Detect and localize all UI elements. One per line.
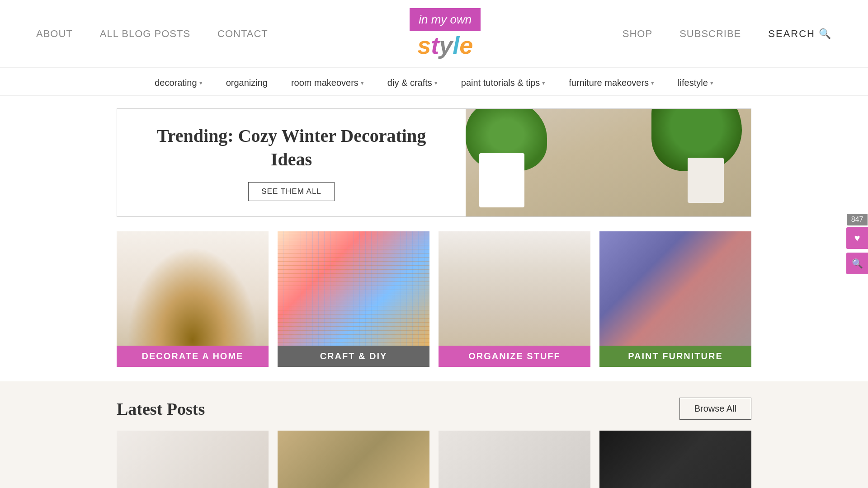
category-label-1: DECORATE A HOME	[117, 346, 269, 367]
chevron-down-icon: ▾	[361, 80, 364, 86]
post-card-3[interactable]	[439, 431, 590, 488]
nav-contact[interactable]: CONTACT	[217, 28, 268, 40]
search-icon: 🔍	[819, 28, 832, 40]
pot-left	[479, 153, 524, 207]
category-decorate-home[interactable]: DECORATE A HOME	[117, 231, 269, 367]
badge-count: 847	[847, 214, 868, 225]
hero-image	[466, 109, 751, 216]
post-thumbnail-4	[599, 431, 751, 488]
chevron-down-icon: ▾	[199, 80, 203, 86]
category-craft-diy[interactable]: CRAFT & DIY	[278, 231, 429, 367]
header-nav-left: ABOUT ALL BLOG POSTS CONTACT	[36, 28, 268, 40]
nav-about[interactable]: ABOUT	[36, 28, 73, 40]
chevron-down-icon: ▾	[434, 80, 438, 86]
nav-paint-tutorials[interactable]: paint tutorials & tips ▾	[461, 78, 546, 88]
nav-diy-crafts[interactable]: diy & crafts ▾	[387, 78, 438, 88]
search-label: SEARCH	[768, 28, 815, 40]
category-paint-furniture[interactable]: PAINT FURNITURE	[599, 231, 751, 367]
latest-posts-title: Latest Posts	[117, 399, 205, 419]
post-card-2[interactable]	[278, 431, 429, 488]
hero-banner: Trending: Cozy Winter Decorating Ideas S…	[117, 108, 751, 217]
see-them-all-button[interactable]: SEE THEM ALL	[248, 182, 335, 201]
hero-title: Trending: Cozy Winter Decorating Ideas	[135, 124, 448, 171]
posts-grid	[117, 431, 751, 488]
nav-shop[interactable]: SHOP	[623, 28, 652, 40]
nav-organizing[interactable]: organizing	[226, 78, 268, 88]
post-thumbnail-1	[117, 431, 269, 488]
post-card-1[interactable]	[117, 431, 269, 488]
nav-lifestyle[interactable]: lifestyle ▾	[678, 78, 713, 88]
search-button[interactable]: SEARCH 🔍	[768, 28, 832, 40]
chevron-down-icon: ▾	[651, 80, 654, 86]
hero-text-section: Trending: Cozy Winter Decorating Ideas S…	[117, 109, 466, 216]
site-header: ABOUT ALL BLOG POSTS CONTACT in my own s…	[0, 0, 868, 68]
post-thumbnail-3	[439, 431, 590, 488]
heart-icon: ♥	[854, 232, 860, 244]
floating-search-icon: 🔍	[852, 258, 863, 269]
nav-room-makeovers[interactable]: room makeovers ▾	[291, 78, 364, 88]
chevron-down-icon: ▾	[542, 80, 545, 86]
post-thumbnail-2	[278, 431, 429, 488]
category-organize-stuff[interactable]: ORGANIZE STUFF	[439, 231, 590, 367]
heart-button[interactable]: ♥	[846, 227, 868, 249]
latest-posts-header: Latest Posts Browse All	[117, 398, 751, 420]
post-card-4[interactable]	[599, 431, 751, 488]
category-label-3: ORGANIZE STUFF	[439, 346, 590, 367]
category-label-2: CRAFT & DIY	[278, 346, 429, 367]
nav-all-blog-posts[interactable]: ALL BLOG POSTS	[100, 28, 190, 40]
category-label-4: PAINT FURNITURE	[599, 346, 751, 367]
latest-posts-section: Latest Posts Browse All	[0, 381, 868, 488]
nav-furniture-makeovers[interactable]: furniture makeovers ▾	[569, 78, 654, 88]
secondary-nav: decorating ▾ organizing room makeovers ▾…	[0, 68, 868, 96]
pot-right	[688, 158, 724, 203]
nav-decorating[interactable]: decorating ▾	[155, 78, 202, 88]
chevron-down-icon: ▾	[710, 80, 713, 86]
floating-badge: 847 ♥ 🔍	[846, 214, 868, 274]
browse-all-button[interactable]: Browse All	[679, 398, 751, 420]
header-nav-right: SHOP SUBSCRIBE SEARCH 🔍	[623, 28, 832, 40]
nav-subscribe[interactable]: SUBSCRIBE	[679, 28, 741, 40]
logo-top-line: in my own	[419, 13, 472, 26]
site-logo[interactable]: in my own style	[410, 8, 481, 59]
floating-search-button[interactable]: 🔍	[846, 253, 868, 274]
logo-bottom-word: style	[410, 31, 481, 59]
category-grid: DECORATE A HOME CRAFT & DIY ORGANIZE STU…	[117, 231, 751, 367]
